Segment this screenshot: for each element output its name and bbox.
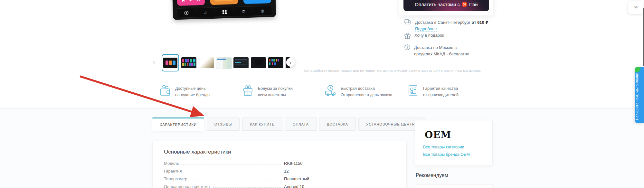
spec-row-os: Операционная система Android 10 [164,184,395,188]
benefit-line2: на лучшие бренды [175,92,210,98]
truck-icon [325,85,336,96]
benefit-delivery: Быстрая доставка Отправление в день зака… [325,85,392,98]
purchase-card: Оплатить частями с Я Пэй [399,0,493,15]
tab-characteristics[interactable]: ХАРАКТЕРИСТИКИ [152,118,204,131]
benefit-line2: от производителей [423,92,459,98]
radio-card: FM [243,0,271,4]
split-pay-suffix: Пэй [469,2,478,7]
tab-how-to-buy[interactable]: КАК КУПИТЬ [242,118,282,131]
brand-products-link[interactable]: Все товары бренда OEM [423,152,470,157]
delivery-city-row: Доставка в Санкт-Петербург от 610 ₽ Подр… [404,19,491,32]
wallet-icon [160,85,171,96]
delivery-price: от 610 ₽ [472,20,488,25]
mail-widget-button[interactable]: ✉ [628,1,643,14]
dotted-leader [213,184,281,188]
category-products-link[interactable]: Все товары категории [423,145,464,149]
certificate-icon [408,85,419,96]
device-screen-cards: Пятница FM [177,0,271,6]
recommend-card-partial [415,184,493,188]
thumbnail-rear-panel[interactable] [251,57,266,68]
carousel-next-button[interactable]: › [286,58,295,67]
split-pay-label: Оплатить частями с [415,2,460,7]
price-disclaimer: Цена действительна только для интернет-м… [304,69,484,72]
dotted-leader [182,161,281,164]
moscow-delivery-text: Доставка по Москве в пределах МКАД - бес… [414,44,475,57]
specs-title: Основные характеристики [164,149,395,155]
specs-card: Основные характеристики Модель RK9-1150 … [152,141,407,188]
next-track-icon [196,0,200,1]
benefit-bonuses: Бонусы за покупки всем клиентам [242,85,293,98]
gift-row: Хочу в подарок [404,33,491,39]
thumbnail-settings-screen[interactable] [233,57,249,68]
delivery-truck-icon [404,19,411,24]
product-tabs: ХАРАКТЕРИСТИКИ ОТЗЫВЫ КАК КУПИТЬ ОПЛАТА … [152,118,426,131]
carousel-prev-button[interactable]: ‹ [153,59,155,66]
section-divider [153,80,490,80]
thumbnail-map-screen[interactable] [216,57,232,69]
benefit-line1: Быстрая доставка [341,85,392,92]
dotted-leader [185,169,281,172]
tab-delivery[interactable]: ДОСТАВКА [319,118,356,131]
thumbnail-icons-panel[interactable] [268,57,283,68]
thumbnail-carousel: ‹ › [152,54,297,72]
spec-row-formfactor: Типоразмер Планшетный [164,176,395,181]
benefit-line2: всем клиентам [258,92,293,98]
tab-payment[interactable]: ОПЛАТА [285,118,317,131]
gift-small-icon [404,33,411,39]
product-main-image[interactable]: Пятница FM ♫ ✆ ◎ [172,0,276,20]
benefit-prices: Доступные цены на лучшие бренды [160,85,210,98]
thumbnail-color-tiles-screen[interactable] [181,57,196,68]
gift-link[interactable]: Хочу в подарок [414,33,444,38]
apps-grid-icon [215,7,234,17]
brand-logo: OEM [425,129,451,140]
prev-track-icon [182,0,186,2]
benefit-line1: Бонусы за покупки [258,85,293,92]
settings-icon: ◎ [253,6,272,16]
delivery-city-text: Доставка в Санкт-Петербург [415,20,470,25]
day-widget-card: Пятница [210,0,238,5]
thumbnail-main-screen[interactable] [162,54,179,71]
gift-icon [242,85,253,96]
tab-reviews[interactable]: ОТЗЫВЫ [207,118,240,131]
device-dock-bar: ♫ ✆ ◎ [176,6,272,18]
benefit-line2: Отправление в день заказа [341,92,392,98]
thumbnail-image [163,58,177,68]
recommend-heading: Рекомендуем [416,173,448,178]
envelope-icon: ✉ [633,4,638,10]
yandex-pay-icon: Я [462,2,467,7]
spec-row-model: Модель RK9-1150 [164,161,395,166]
spec-row-warranty: Гарантия 12 [164,169,395,174]
benefit-line1: Гарантия качества [423,85,459,92]
scrollbar-thumb[interactable] [643,8,644,66]
info-icon [404,44,410,50]
phone-icon: ✆ [234,7,253,16]
media-player-card [177,0,205,6]
delivery-details-link[interactable]: Подробнее [415,27,437,32]
music-icon: ♫ [196,8,215,17]
play-icon [189,0,193,2]
chat-tab-label: Напишите нам, мы онлайн! [635,71,644,122]
friday-label: Пятница [215,0,233,2]
split-pay-button[interactable]: Оплатить частями с Я Пэй [403,0,489,11]
moscow-delivery-row: Доставка по Москве в пределах МКАД - бес… [404,44,478,57]
benefit-quality: Гарантия качества от производителей [408,85,459,98]
thumbnail-device-photo[interactable] [199,57,214,68]
benefit-line1: Доступные цены [175,85,210,92]
chat-widget-tab[interactable]: Напишите нам, мы онлайн! [635,67,644,123]
brand-card: OEM Все товары категории Все товары брен… [415,120,493,166]
bluetooth-icon [177,8,196,18]
dotted-leader [191,176,281,180]
